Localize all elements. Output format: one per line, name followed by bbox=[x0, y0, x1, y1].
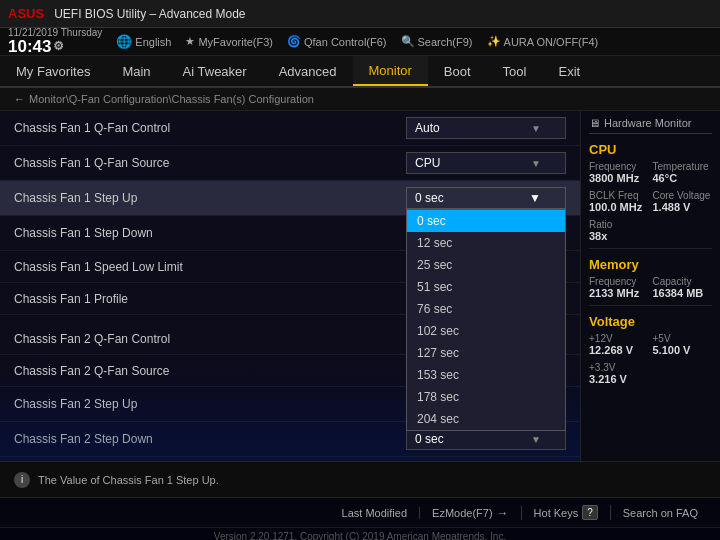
step-up-dropdown-menu: 0 sec 12 sec 25 sec 51 sec 76 sec 102 se… bbox=[406, 209, 566, 431]
nav-bar: My Favorites Main Ai Tweaker Advanced Mo… bbox=[0, 56, 720, 88]
chassis-fan1-speed-low-limit-label: Chassis Fan 1 Speed Low Limit bbox=[14, 260, 406, 274]
info-bar: 11/21/2019 Thursday 10:43 ⚙ 🌐 English ★ … bbox=[0, 28, 720, 56]
chassis-fan2-step-down-dropdown[interactable]: 0 sec ▼ bbox=[406, 428, 566, 450]
aura-btn[interactable]: ✨ AURA ON/OFF(F4) bbox=[487, 35, 599, 48]
dropdown-option-12sec[interactable]: 12 sec bbox=[407, 232, 565, 254]
v5-value: 5.100 V bbox=[653, 344, 713, 356]
hot-keys-btn[interactable]: Hot Keys ? bbox=[522, 505, 611, 520]
v33-value: 3.216 V bbox=[589, 373, 712, 385]
dropdown-arrow: ▼ bbox=[529, 191, 541, 205]
cpu-bclk-label: BCLK Freq bbox=[589, 190, 649, 201]
top-bar: ASUS UEFI BIOS Utility – Advanced Mode bbox=[0, 0, 720, 28]
search-faq-btn[interactable]: Search on FAQ bbox=[611, 507, 710, 519]
chassis-fan1-qfan-source-row: Chassis Fan 1 Q-Fan Source CPU ▼ bbox=[0, 146, 580, 181]
breadcrumb-text: Monitor\Q-Fan Configuration\Chassis Fan(… bbox=[29, 93, 314, 105]
nav-tool[interactable]: Tool bbox=[487, 56, 543, 86]
language-btn[interactable]: 🌐 English bbox=[116, 34, 171, 49]
nav-boot[interactable]: Boot bbox=[428, 56, 487, 86]
dropdown-option-178sec[interactable]: 178 sec bbox=[407, 386, 565, 408]
mem-freq-value: 2133 MHz bbox=[589, 287, 649, 299]
mem-cap-value: 16384 MB bbox=[653, 287, 713, 299]
cpu-freq-value: 3800 MHz bbox=[589, 172, 649, 184]
dropdown-option-204sec[interactable]: 204 sec bbox=[407, 408, 565, 430]
nav-exit[interactable]: Exit bbox=[542, 56, 596, 86]
cpu-bclk-value: 100.0 MHz bbox=[589, 201, 649, 213]
copyright-bar: Version 2.20.1271. Copyright (C) 2019 Am… bbox=[0, 527, 720, 540]
nav-ai-tweaker[interactable]: Ai Tweaker bbox=[167, 56, 263, 86]
cpu-corevolt-value: 1.488 V bbox=[653, 201, 713, 213]
info-bottom-bar: i The Value of Chassis Fan 1 Step Up. bbox=[0, 461, 720, 497]
chassis-fan1-qfan-source-dropdown[interactable]: CPU ▼ bbox=[406, 152, 566, 174]
chassis-fan1-step-up-row: Chassis Fan 1 Step Up 0 sec ▼ 0 sec 12 s… bbox=[0, 181, 580, 216]
cpu-freq-grid: Frequency 3800 MHz Temperature 46°C bbox=[589, 161, 712, 184]
v33-container: +3.3V 3.216 V bbox=[589, 362, 712, 385]
chassis-fan1-qfan-control-dropdown[interactable]: Auto ▼ bbox=[406, 117, 566, 139]
chassis-fan1-qfan-source-label: Chassis Fan 1 Q-Fan Source bbox=[14, 156, 406, 170]
dropdown-option-153sec[interactable]: 153 sec bbox=[407, 364, 565, 386]
chassis-fan2-qfan-source-label: Chassis Fan 2 Q-Fan Source bbox=[14, 364, 406, 378]
memory-section-title: Memory bbox=[589, 257, 712, 272]
nav-main[interactable]: Main bbox=[106, 56, 166, 86]
breadcrumb: ← Monitor\Q-Fan Configuration\Chassis Fa… bbox=[0, 88, 720, 111]
cpu-temp-value: 46°C bbox=[653, 172, 713, 184]
copyright-text: Version 2.20.1271. Copyright (C) 2019 Am… bbox=[214, 531, 506, 540]
cpu-bclk-grid: BCLK Freq 100.0 MHz Core Voltage 1.488 V bbox=[589, 190, 712, 213]
qfan-btn[interactable]: 🌀 Qfan Control(F6) bbox=[287, 35, 387, 48]
dropdown-option-127sec[interactable]: 127 sec bbox=[407, 342, 565, 364]
dropdown-option-102sec[interactable]: 102 sec bbox=[407, 320, 565, 342]
cpu-section-title: CPU bbox=[589, 142, 712, 157]
cpu-ratio-value: 38x bbox=[589, 230, 712, 242]
date-display: 11/21/2019 Thursday bbox=[8, 27, 102, 38]
dropdown-option-76sec[interactable]: 76 sec bbox=[407, 298, 565, 320]
hot-keys-key: ? bbox=[582, 505, 598, 520]
v33-label: +3.3V bbox=[589, 362, 712, 373]
search-btn[interactable]: 🔍 Search(F9) bbox=[401, 35, 473, 48]
chassis-fan2-step-up-label: Chassis Fan 2 Step Up bbox=[14, 397, 406, 411]
title-text: UEFI BIOS Utility – Advanced Mode bbox=[54, 7, 245, 21]
asus-logo: ASUS bbox=[8, 6, 44, 21]
memory-grid: Frequency 2133 MHz Capacity 16384 MB bbox=[589, 276, 712, 299]
dropdown-arrow: ▼ bbox=[531, 158, 541, 169]
nav-my-favorites[interactable]: My Favorites bbox=[0, 56, 106, 86]
nav-advanced[interactable]: Advanced bbox=[263, 56, 353, 86]
myfavorites-btn[interactable]: ★ MyFavorite(F3) bbox=[185, 35, 273, 48]
last-modified-btn[interactable]: Last Modified bbox=[330, 507, 420, 519]
chassis-fan2-qfan-control-label: Chassis Fan 2 Q-Fan Control bbox=[14, 332, 406, 346]
dropdown-arrow: ▼ bbox=[531, 123, 541, 134]
chassis-fan1-step-down-label: Chassis Fan 1 Step Down bbox=[14, 226, 406, 240]
cpu-ratio-label: Ratio bbox=[589, 219, 712, 230]
voltage-section-title: Voltage bbox=[589, 314, 712, 329]
content-panel: Chassis Fan 1 Q-Fan Control Auto ▼ Chass… bbox=[0, 111, 580, 461]
v12-label: +12V bbox=[589, 333, 649, 344]
mem-freq-label: Frequency bbox=[589, 276, 649, 287]
monitor-icon: 🖥 bbox=[589, 117, 600, 129]
ezmode-btn[interactable]: EzMode(F7) → bbox=[420, 506, 522, 520]
chassis-fan1-qfan-control-row: Chassis Fan 1 Q-Fan Control Auto ▼ bbox=[0, 111, 580, 146]
cpu-ratio-container: Ratio 38x bbox=[589, 219, 712, 242]
dropdown-option-0sec[interactable]: 0 sec bbox=[407, 210, 565, 232]
dropdown-option-25sec[interactable]: 25 sec bbox=[407, 254, 565, 276]
chassis-fan2-step-down-label: Chassis Fan 2 Step Down bbox=[14, 432, 406, 446]
dropdown-arrow: ▼ bbox=[531, 434, 541, 445]
cpu-freq-label: Frequency bbox=[589, 161, 649, 172]
dropdown-option-51sec[interactable]: 51 sec bbox=[407, 276, 565, 298]
v5-label: +5V bbox=[653, 333, 713, 344]
chassis-fan1-profile-label: Chassis Fan 1 Profile bbox=[14, 292, 406, 306]
hw-monitor-panel: 🖥 Hardware Monitor CPU Frequency 3800 MH… bbox=[580, 111, 720, 461]
cpu-temp-label: Temperature bbox=[653, 161, 713, 172]
chassis-fan1-qfan-control-label: Chassis Fan 1 Q-Fan Control bbox=[14, 121, 406, 135]
footer: Last Modified EzMode(F7) → Hot Keys ? Se… bbox=[0, 497, 720, 527]
info-icon: i bbox=[14, 472, 30, 488]
nav-monitor[interactable]: Monitor bbox=[353, 56, 428, 86]
hw-monitor-title: 🖥 Hardware Monitor bbox=[589, 117, 712, 134]
v12-value: 12.268 V bbox=[589, 344, 649, 356]
voltage-grid: +12V 12.268 V +5V 5.100 V bbox=[589, 333, 712, 356]
time-display: 10:43 ⚙ bbox=[8, 38, 102, 57]
mem-cap-label: Capacity bbox=[653, 276, 713, 287]
chassis-fan1-step-up-label: Chassis Fan 1 Step Up bbox=[14, 191, 406, 205]
info-text: The Value of Chassis Fan 1 Step Up. bbox=[38, 474, 219, 486]
cpu-corevolt-label: Core Voltage bbox=[653, 190, 713, 201]
chassis-fan1-step-up-dropdown[interactable]: 0 sec ▼ bbox=[406, 187, 566, 209]
gear-icon[interactable]: ⚙ bbox=[53, 40, 64, 53]
